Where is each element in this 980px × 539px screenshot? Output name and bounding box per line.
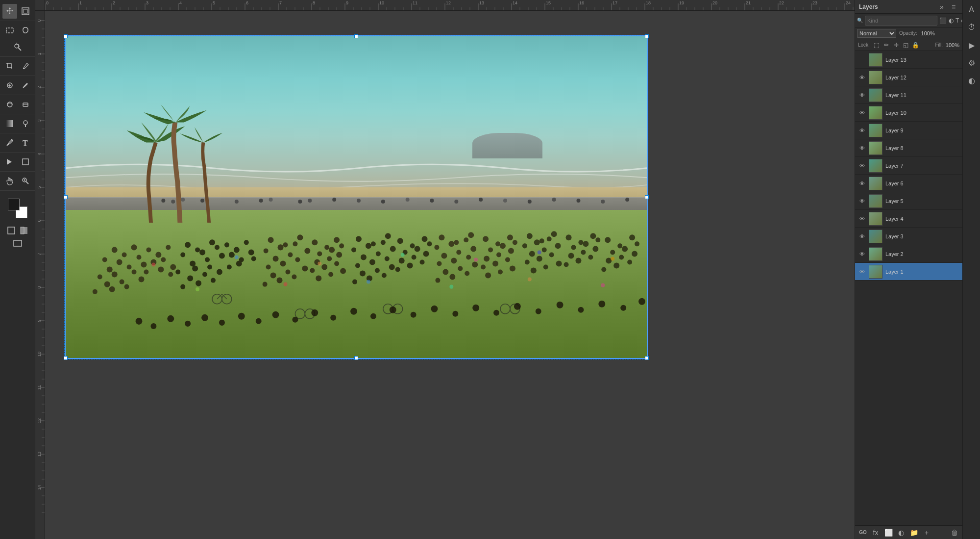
svg-text:12: 12 <box>37 418 42 423</box>
zoom-tool-btn[interactable] <box>18 174 33 188</box>
properties-panel-icon[interactable]: ⚙ <box>965 56 979 70</box>
quick-mask-btn[interactable] <box>19 225 29 236</box>
filter-type-btn[interactable]: T <box>956 16 959 25</box>
svg-point-466 <box>150 323 156 329</box>
layer-visibility-1[interactable]: 👁 <box>858 268 866 276</box>
svg-point-306 <box>202 272 207 277</box>
eyedropper-btn[interactable] <box>18 59 33 74</box>
layer-thumb-4 <box>869 212 882 226</box>
blend-mode-select[interactable]: Normal <box>857 29 896 38</box>
layer-visibility-7[interactable]: 👁 <box>858 162 866 170</box>
svg-point-286 <box>166 245 171 250</box>
selection-handle-tr[interactable] <box>645 34 649 38</box>
svg-text:11: 11 <box>413 0 417 5</box>
group-layers-btn[interactable]: 📁 <box>908 527 920 538</box>
lock-image-btn[interactable]: ✏ <box>882 41 890 49</box>
pen-tool-btn[interactable] <box>2 135 17 150</box>
svg-text:9: 9 <box>37 319 42 322</box>
svg-point-442 <box>588 255 593 259</box>
color-swatches[interactable] <box>8 199 27 218</box>
layer-item-10[interactable]: 👁Layer 10 <box>855 104 962 122</box>
layer-item-12[interactable]: 👁Layer 12 <box>855 69 962 86</box>
filter-adjustment-btn[interactable]: ◐ <box>949 16 954 25</box>
clone-stamp-btn[interactable] <box>2 97 17 112</box>
delete-layer-btn[interactable]: 🗑 <box>949 527 960 538</box>
path-select-btn[interactable] <box>2 154 17 169</box>
layer-item-8[interactable]: 👁Layer 8 <box>855 139 962 157</box>
lock-position-btn[interactable]: ✛ <box>892 41 900 49</box>
layer-item-9[interactable]: 👁Layer 9 <box>855 122 962 139</box>
layer-item-4[interactable]: 👁Layer 4 <box>855 210 962 228</box>
hand-tool-btn[interactable] <box>2 174 17 188</box>
standard-mode-btn[interactable] <box>6 225 17 236</box>
eraser-btn[interactable] <box>18 97 33 112</box>
adjustment-layer-btn[interactable]: ◐ <box>895 527 907 538</box>
healing-brush-btn[interactable] <box>2 78 17 93</box>
rect-marquee-btn[interactable] <box>2 23 17 38</box>
gradient-btn[interactable] <box>2 116 17 131</box>
layer-visibility-2[interactable]: 👁 <box>858 250 866 258</box>
layer-visibility-11[interactable]: 👁 <box>858 91 866 99</box>
lasso-tool-btn[interactable] <box>18 23 33 38</box>
artboard-tool-btn[interactable] <box>18 4 33 19</box>
svg-text:16: 16 <box>579 0 584 5</box>
layer-visibility-8[interactable]: 👁 <box>858 144 866 152</box>
layer-item-1[interactable]: 👁Layer 1 <box>855 263 962 281</box>
layer-item-2[interactable]: 👁Layer 2 <box>855 245 962 263</box>
lock-all-btn[interactable]: 🔒 <box>912 41 920 49</box>
layer-search-input[interactable] <box>865 16 937 26</box>
layer-item-5[interactable]: 👁Layer 5 <box>855 192 962 210</box>
selection-handle-bl[interactable] <box>64 356 68 360</box>
actions-panel-icon[interactable]: ▶ <box>965 38 979 52</box>
svg-text:18: 18 <box>646 0 651 5</box>
selection-handle-br[interactable] <box>645 356 649 360</box>
selection-handle-tc[interactable] <box>354 34 358 38</box>
brush-tool-btn[interactable] <box>18 78 33 93</box>
layer-effects-btn[interactable]: fx <box>870 527 882 538</box>
screen-mode-btn[interactable] <box>11 238 24 249</box>
lock-transparency-btn[interactable]: ⬚ <box>873 41 881 49</box>
svg-point-8 <box>23 68 24 69</box>
canvas-scroll[interactable] <box>45 11 855 539</box>
selection-handle-ml[interactable] <box>64 195 68 199</box>
history-panel-icon[interactable]: ⏱ <box>965 21 979 34</box>
layer-visibility-9[interactable]: 👁 <box>858 127 866 134</box>
layer-visibility-3[interactable]: 👁 <box>858 232 866 240</box>
layer-visibility-10[interactable]: 👁 <box>858 109 866 117</box>
dodge-burn-btn[interactable] <box>18 116 33 131</box>
layer-item-11[interactable]: 👁Layer 11 <box>855 86 962 104</box>
svg-point-437 <box>568 253 574 258</box>
layer-item-3[interactable]: 👁Layer 3 <box>855 228 962 245</box>
selection-handle-mr[interactable] <box>645 195 649 199</box>
layer-mask-btn[interactable]: ⬜ <box>882 527 894 538</box>
layer-visibility-13[interactable] <box>858 56 866 64</box>
go-to-linked-btn[interactable]: GO <box>857 527 869 538</box>
layer-filter-bar: 🔍 ⬛ ◐ T ▭ ⚙ <box>855 14 962 27</box>
magic-wand-btn[interactable] <box>10 40 25 54</box>
svg-text:8: 8 <box>313 0 315 5</box>
foreground-color-swatch[interactable] <box>8 199 20 210</box>
layer-visibility-5[interactable]: 👁 <box>858 197 866 205</box>
layers-panel-menu-btn[interactable]: ≡ <box>949 2 958 12</box>
shape-tool-btn[interactable] <box>18 154 33 169</box>
layer-thumb-1 <box>869 265 882 279</box>
move-tool-btn[interactable] <box>2 4 17 19</box>
layer-visibility-12[interactable]: 👁 <box>858 74 866 81</box>
filter-pixel-btn[interactable]: ⬛ <box>939 16 947 25</box>
character-panel-icon[interactable]: A <box>965 3 979 17</box>
type-tool-btn[interactable]: T <box>18 135 33 150</box>
lock-artboard-btn[interactable]: ◱ <box>902 41 910 49</box>
layer-item-13[interactable]: Layer 13 <box>855 51 962 69</box>
selection-handle-tl[interactable] <box>64 34 68 38</box>
layers-panel-expand-btn[interactable]: » <box>937 2 947 12</box>
layer-item-7[interactable]: 👁Layer 7 <box>855 157 962 175</box>
crop-tool-btn[interactable] <box>2 59 17 74</box>
layer-visibility-4[interactable]: 👁 <box>858 215 866 223</box>
layer-item-6[interactable]: 👁Layer 6 <box>855 175 962 192</box>
svg-point-263 <box>576 199 580 203</box>
adjustments-panel-icon[interactable]: ◐ <box>965 74 979 87</box>
selection-handle-bc[interactable] <box>354 356 358 360</box>
layer-visibility-6[interactable]: 👁 <box>858 180 866 187</box>
new-layer-btn[interactable]: + <box>921 527 932 538</box>
svg-text:13: 13 <box>479 0 484 5</box>
